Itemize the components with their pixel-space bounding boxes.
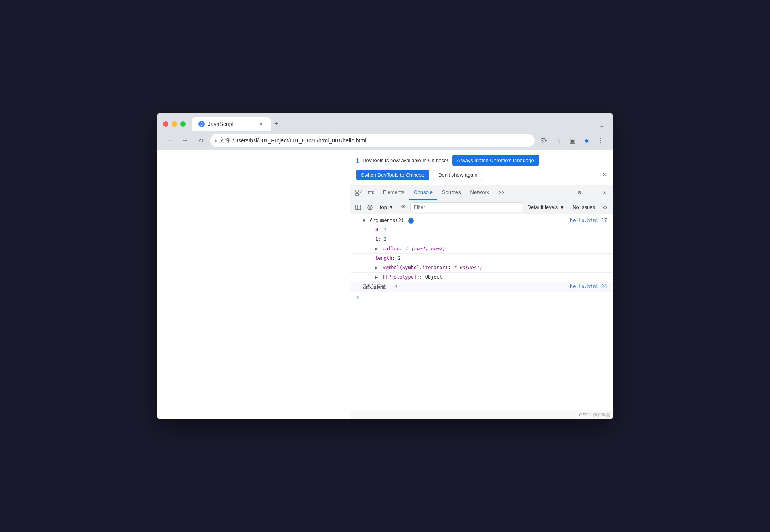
console-settings-button[interactable]: ⚙ bbox=[600, 202, 610, 212]
context-selector[interactable]: top ▼ bbox=[377, 203, 397, 211]
address-info-icon: ℹ bbox=[215, 138, 217, 143]
title-bar: J JavaScript × + ⌄ bbox=[157, 113, 613, 131]
log-levels-selector[interactable]: Default levels ▼ bbox=[524, 203, 568, 211]
svg-rect-1 bbox=[359, 190, 361, 192]
console-entry-arg1: 1: 2 bbox=[350, 235, 613, 244]
no-issues-badge: No Issues bbox=[569, 204, 598, 210]
callee-toggle[interactable] bbox=[375, 246, 378, 251]
tab-title: JavaScript bbox=[208, 121, 233, 127]
tab-bar: J JavaScript × + ⌄ bbox=[192, 117, 607, 131]
show-sidebar-button[interactable] bbox=[353, 202, 363, 212]
svg-rect-5 bbox=[356, 205, 361, 210]
traffic-lights bbox=[163, 121, 186, 127]
nav-bar: ← → ↻ ℹ 文件 /Users/hsl/001_Project/001_HT… bbox=[157, 131, 613, 150]
svg-rect-4 bbox=[372, 192, 374, 194]
console-output: Arguments(2) i hello.html:17 0: 1 1: 2 bbox=[350, 214, 613, 410]
nav-actions: ☆ ▣ ● ⋮ bbox=[538, 134, 607, 147]
tab-elements[interactable]: Elements bbox=[378, 185, 409, 200]
svg-rect-0 bbox=[356, 190, 358, 192]
sidebar-button[interactable]: ▣ bbox=[566, 134, 579, 147]
back-button[interactable]: ← bbox=[163, 134, 176, 147]
tab-favicon: J bbox=[198, 121, 205, 127]
console-entry-arg0: 0: 1 bbox=[350, 225, 613, 235]
minimize-window-button[interactable] bbox=[172, 121, 177, 127]
console-entry-return: 函数返回值 : 3 hello.html:24 bbox=[350, 282, 613, 292]
levels-label: Default levels bbox=[527, 204, 558, 210]
console-toolbar: top ▼ 👁 Default levels ▼ No Issues ⚙ bbox=[350, 200, 613, 214]
context-value: top bbox=[380, 204, 387, 210]
arguments-toggle[interactable] bbox=[363, 218, 365, 223]
close-window-button[interactable] bbox=[163, 121, 168, 127]
console-entry-arguments: Arguments(2) i hello.html:17 bbox=[350, 216, 613, 225]
devtools-settings-button[interactable]: ⚙ bbox=[574, 187, 585, 198]
svg-rect-2 bbox=[356, 193, 358, 196]
forward-button[interactable]: → bbox=[179, 134, 191, 147]
footer-text: CSDN @韩珙亮 bbox=[579, 412, 610, 417]
bookmark-button[interactable]: ☆ bbox=[552, 134, 565, 147]
levels-arrow: ▼ bbox=[559, 204, 565, 210]
translate-button[interactable] bbox=[538, 134, 550, 147]
new-tab-button[interactable]: + bbox=[271, 118, 282, 129]
prototype-toggle[interactable] bbox=[375, 274, 378, 280]
more-button[interactable]: ⋮ bbox=[594, 134, 607, 147]
address-path: /Users/hsl/001_Project/001_HTML/html_001… bbox=[233, 137, 366, 144]
arguments-source-link[interactable]: hello.html:17 bbox=[570, 218, 607, 223]
context-dropdown-arrow: ▼ bbox=[389, 204, 394, 210]
console-entry-symbol: Symbol(Symbol.iterator): f values() bbox=[350, 263, 613, 273]
dont-show-button[interactable]: Don't show again bbox=[433, 170, 482, 180]
browser-window: J JavaScript × + ⌄ ← → ↻ ℹ 文件 /Users/hsl… bbox=[157, 113, 613, 419]
console-prompt-line[interactable]: › bbox=[350, 292, 613, 303]
console-filter-input[interactable] bbox=[410, 202, 522, 212]
live-expressions-button[interactable]: 👁 bbox=[398, 202, 409, 212]
arguments-object: Arguments(2) i bbox=[363, 218, 570, 224]
always-match-button[interactable]: Always match Chrome's language bbox=[452, 155, 539, 166]
banner-info-icon: ℹ bbox=[356, 157, 359, 164]
devtools-close-button[interactable]: ✕ bbox=[599, 187, 610, 198]
address-bar[interactable]: ℹ 文件 /Users/hsl/001_Project/001_HTML/htm… bbox=[210, 134, 535, 147]
reload-button[interactable]: ↻ bbox=[194, 134, 207, 147]
clear-console-button[interactable] bbox=[365, 202, 375, 212]
inspect-element-icon[interactable] bbox=[353, 187, 364, 198]
tab-sources[interactable]: Sources bbox=[437, 185, 466, 200]
console-entry-prototype: [[Prototype]]: Object bbox=[350, 273, 613, 282]
page-area bbox=[157, 150, 350, 419]
active-tab[interactable]: J JavaScript × bbox=[192, 117, 271, 131]
tab-more-button[interactable]: ⌄ bbox=[596, 120, 607, 131]
switch-devtools-button[interactable]: Switch DevTools to Chinese bbox=[356, 170, 429, 180]
devtools-banner: ℹ DevTools is now available in Chinese! … bbox=[350, 150, 613, 185]
svg-rect-3 bbox=[368, 191, 372, 194]
tab-close-button[interactable]: × bbox=[257, 120, 265, 127]
console-entry-length: length: 2 bbox=[350, 254, 613, 263]
devtools-more-button[interactable]: ⋮ bbox=[587, 187, 598, 198]
console-prompt-icon: › bbox=[356, 294, 359, 300]
devtools-tabs: Elements Console Sources Network >> ⚙ ⋮ bbox=[350, 185, 613, 200]
banner-message: DevTools is now available in Chinese! bbox=[363, 157, 448, 163]
symbol-toggle[interactable] bbox=[375, 265, 378, 270]
profile-button[interactable]: ● bbox=[580, 134, 593, 147]
console-entry-callee: callee: f (num1, num2) bbox=[350, 244, 613, 254]
tab-more[interactable]: >> bbox=[494, 185, 509, 200]
devtools-tab-actions: ⚙ ⋮ ✕ bbox=[574, 187, 610, 198]
footer-bar: CSDN @韩珙亮 bbox=[350, 410, 613, 419]
devtools-panel: ℹ DevTools is now available in Chinese! … bbox=[350, 150, 613, 419]
tab-console[interactable]: Console bbox=[409, 185, 437, 200]
return-source-link[interactable]: hello.html:24 bbox=[570, 284, 607, 289]
address-prefix: 文件 bbox=[219, 137, 230, 144]
device-toolbar-icon[interactable] bbox=[366, 187, 377, 198]
banner-close-button[interactable]: × bbox=[603, 171, 607, 179]
main-content: ℹ DevTools is now available in Chinese! … bbox=[157, 150, 613, 419]
tab-network[interactable]: Network bbox=[466, 185, 494, 200]
maximize-window-button[interactable] bbox=[180, 121, 186, 127]
